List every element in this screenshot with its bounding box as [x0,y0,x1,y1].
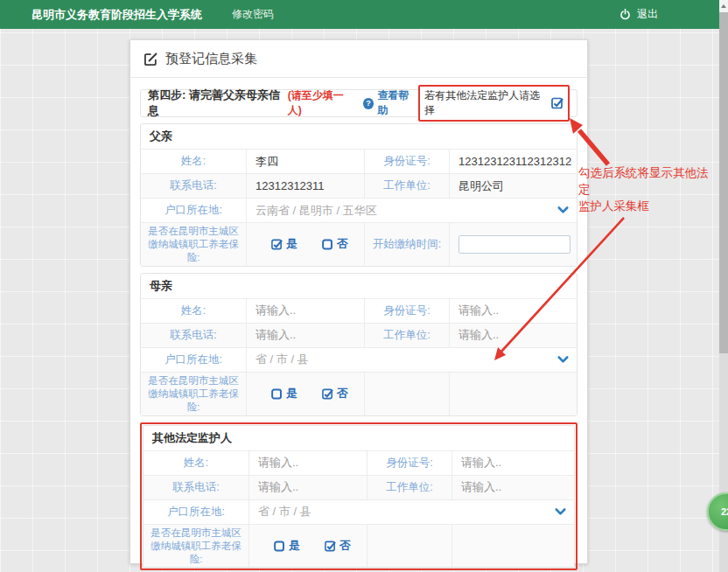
start-time-input[interactable] [458,235,570,254]
father-section: 父亲 姓名: 李四 身份证号: 123123123112312312 联系电话:… [140,123,578,267]
name-label: 姓名: [141,299,246,323]
phone-label: 联系电话: [141,324,246,347]
father-row-insurance: 是否在昆明市主城区缴纳城镇职工养老保险: 是 否 开始缴纳时间: [141,222,577,266]
id-label: 身份证号: [367,451,452,475]
residence-label: 户口所在地: [141,199,246,222]
guardian-insurance-options: 是 否 [248,525,367,568]
app-title: 昆明市义务教育阶段招生入学系统 [32,7,202,23]
help-label: 查看帮助 [377,88,418,118]
id-label: 身份证号: [364,299,449,323]
father-phone-field[interactable]: 12312312311 [246,174,364,198]
toggle-label: 若有其他法定监护人请选择 [424,88,547,118]
change-password-link[interactable]: 修改密码 [232,7,274,22]
mother-name-field[interactable]: 请输入.. [246,299,364,323]
vertical-scrollbar[interactable] [719,0,728,572]
guardian-row-residence: 户口所在地: 省 / 市 / 县 [144,499,574,524]
other-guardian-toggle[interactable]: 若有其他法定监护人请选择 [418,85,570,122]
no-label: 否 [337,236,348,252]
guardian-name-field[interactable]: 请输入.. [248,451,367,475]
mother-row-phone: 联系电话: 请输入.. 工作单位: 请输入.. [141,323,577,347]
mother-residence-value: 省 / 市 / 县 [256,352,309,367]
yes-label: 是 [289,538,300,554]
guardian-residence-select[interactable]: 省 / 市 / 县 [248,500,574,524]
father-residence-value: 云南省 / 昆明市 / 五华区 [256,203,377,219]
panel-header: 预登记信息采集 [130,40,587,78]
father-insurance-options: 是 否 [246,223,364,266]
annotation-note: 勾选后系统将显示其他法定 监护人采集框 [578,165,710,215]
guardian-insurance-no[interactable]: 否 [325,538,351,554]
insurance-label: 是否在昆明市主城区缴纳城镇职工养老保险: [141,373,246,415]
chevron-down-icon[interactable] [555,508,566,516]
step-title: 第四步: 请完善父亲母亲信息 [148,87,288,119]
id-label: 身份证号: [364,150,449,173]
checkbox-checked-icon[interactable] [551,97,564,109]
guardian-phone-field[interactable]: 请输入.. [248,476,367,499]
checkbox-empty-icon [271,388,283,400]
logout-button[interactable]: 退出 [620,7,658,22]
mother-insurance-options: 是 否 [246,373,364,415]
checkbox-checked-icon [271,239,283,250]
father-row-phone: 联系电话: 12312312311 工作单位: 昆明公司 [141,173,577,198]
work-label: 工作单位: [364,324,449,347]
floating-badge-text: 22 [721,506,728,517]
checkbox-checked-icon [322,388,333,400]
top-navbar: 昆明市义务教育阶段招生入学系统 修改密码 退出 [0,0,728,29]
main-panel: 预登记信息采集 第四步: 请完善父亲母亲信息 (请至少填一人) ? 查看帮助 若… [130,39,588,564]
triangle-up-icon [721,4,726,8]
father-row-name: 姓名: 李四 身份证号: 123123123112312312 [141,150,577,173]
guardian-insurance-yes[interactable]: 是 [274,538,300,554]
pre-registration-page: { "navbar": { "brand": "昆明市义务教育阶段招生入学系统"… [0,0,728,572]
phone-label: 联系电话: [141,174,246,198]
mother-row-insurance: 是否在昆明市主城区缴纳城镇职工养老保险: 是 否 [141,372,577,415]
father-insurance-no[interactable]: 否 [322,236,348,252]
empty-cell [452,525,574,568]
scroll-up-button[interactable] [719,0,728,12]
insurance-label: 是否在昆明市主城区缴纳城镇职工养老保险: [144,525,248,568]
chevron-down-icon[interactable] [557,356,569,364]
guardian-section-title: 其他法定监护人 [144,426,574,451]
annotation-note-line2: 监护人采集框 [578,199,710,215]
father-section-title: 父亲 [141,124,577,150]
edit-icon [144,52,158,66]
guardian-work-field[interactable]: 请输入.. [452,476,574,499]
mother-insurance-no[interactable]: 否 [322,386,348,401]
father-row-residence: 户口所在地: 云南省 / 昆明市 / 五华区 [141,198,577,222]
mother-id-field[interactable]: 请输入.. [449,299,577,323]
yes-label: 是 [286,236,298,252]
guardian-row-name: 姓名: 请输入.. 身份证号: 请输入.. [144,451,574,475]
logout-label: 退出 [637,7,658,22]
mother-work-field[interactable]: 请输入.. [449,324,577,347]
name-label: 姓名: [141,150,246,173]
father-id-field[interactable]: 123123123112312312 [449,150,577,173]
guardian-id-field[interactable]: 请输入.. [452,451,574,475]
yes-label: 是 [286,386,298,401]
annotation-note-line1: 勾选后系统将显示其他法定 [578,165,710,199]
help-link[interactable]: ? 查看帮助 [363,88,418,118]
mother-insurance-yes[interactable]: 是 [271,386,298,401]
mother-section-title: 母亲 [141,274,577,299]
mother-residence-select[interactable]: 省 / 市 / 县 [246,348,577,372]
father-residence-select[interactable]: 云南省 / 昆明市 / 五华区 [246,199,577,222]
residence-label: 户口所在地: [144,500,248,524]
father-name-field[interactable]: 李四 [246,150,364,173]
no-label: 否 [340,538,351,554]
scrollbar-thumb[interactable] [719,12,728,353]
mother-phone-field[interactable]: 请输入.. [246,324,364,347]
father-insurance-yes[interactable]: 是 [271,236,298,252]
guardian-highlight-outline: 其他法定监护人 姓名: 请输入.. 身份证号: 请输入.. 联系电话: 请输入.… [140,422,578,571]
checkbox-checked-icon [325,541,336,552]
page-title: 预登记信息采集 [165,51,257,67]
chevron-down-icon[interactable] [557,206,569,214]
guardian-row-insurance: 是否在昆明市主城区缴纳城镇职工养老保险: 是 否 [144,524,574,568]
checkbox-empty-icon [322,239,333,250]
guardian-row-phone: 联系电话: 请输入.. 工作单位: 请输入.. [144,475,574,499]
mother-section: 母亲 姓名: 请输入.. 身份证号: 请输入.. 联系电话: 请输入.. 工作单… [140,273,578,416]
panel-body: 第四步: 请完善父亲母亲信息 (请至少填一人) ? 查看帮助 若有其他法定监护人… [130,78,587,572]
start-time-cell [449,223,577,266]
phone-label: 联系电话: [144,476,248,499]
father-work-field[interactable]: 昆明公司 [449,174,577,198]
empty-cell [364,373,449,415]
power-icon [620,9,637,20]
floating-badge[interactable]: 22 [707,492,728,531]
guardian-residence-value: 省 / 市 / 县 [258,504,312,520]
